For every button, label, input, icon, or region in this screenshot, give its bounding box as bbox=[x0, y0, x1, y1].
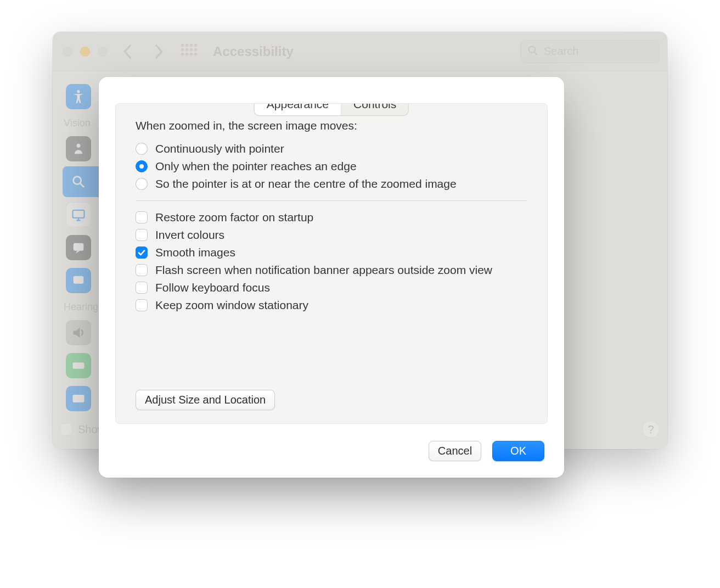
checkbox-icon bbox=[136, 282, 148, 294]
search-input[interactable] bbox=[544, 45, 652, 58]
ok-button[interactable]: OK bbox=[492, 441, 544, 461]
checkbox-icon bbox=[136, 299, 148, 311]
window-controls bbox=[63, 47, 108, 57]
radio-continuous[interactable]: Continuously with pointer bbox=[136, 140, 527, 158]
adjust-size-location-button[interactable]: Adjust Size and Location bbox=[136, 390, 275, 410]
svg-point-2 bbox=[77, 144, 81, 148]
modal-actions: Cancel OK bbox=[429, 441, 544, 461]
captions-icon bbox=[66, 386, 91, 411]
radio-label: Continuously with pointer bbox=[155, 142, 284, 155]
radio-edge[interactable]: Only when the pointer reaches an edge bbox=[136, 158, 527, 175]
svg-rect-14 bbox=[73, 395, 85, 402]
radio-icon bbox=[136, 160, 148, 172]
svg-rect-12 bbox=[77, 365, 78, 366]
check-keep-stationary[interactable]: Keep zoom window stationary bbox=[136, 296, 527, 314]
movement-heading: When zoomed in, the screen image moves: bbox=[136, 119, 527, 132]
search-icon bbox=[527, 45, 538, 58]
divider bbox=[136, 200, 527, 201]
check-label: Invert colours bbox=[155, 228, 224, 242]
check-label: Restore zoom factor on startup bbox=[155, 211, 313, 224]
nav-arrows bbox=[123, 44, 164, 59]
cancel-button[interactable]: Cancel bbox=[429, 441, 481, 461]
radio-centre[interactable]: So the pointer is at or near the centre … bbox=[136, 175, 527, 193]
check-label: Smooth images bbox=[155, 246, 235, 259]
checkbox-icon bbox=[136, 229, 148, 241]
svg-point-7 bbox=[76, 279, 78, 281]
help-button[interactable]: ? bbox=[642, 421, 660, 438]
minimize-window-button[interactable] bbox=[80, 47, 90, 57]
radio-label: So the pointer is at or near the centre … bbox=[155, 177, 457, 191]
tab-appearance[interactable]: Appearance bbox=[255, 103, 341, 115]
audio-icon bbox=[66, 320, 91, 345]
svg-point-8 bbox=[77, 279, 80, 281]
zoom-options-modal: Appearance Controls When zoomed in, the … bbox=[99, 77, 564, 478]
svg-rect-16 bbox=[79, 399, 82, 400]
check-smooth-images[interactable]: Smooth images bbox=[136, 244, 527, 261]
check-follow-keyboard[interactable]: Follow keyboard focus bbox=[136, 279, 527, 296]
checkbox-icon bbox=[136, 264, 148, 276]
svg-rect-11 bbox=[75, 365, 76, 366]
check-restore-zoom[interactable]: Restore zoom factor on startup bbox=[136, 209, 527, 226]
accessibility-icon bbox=[66, 84, 91, 109]
svg-rect-15 bbox=[75, 399, 78, 400]
close-window-button[interactable] bbox=[63, 47, 72, 57]
voiceover-icon bbox=[66, 136, 91, 161]
check-label: Follow keyboard focus bbox=[155, 281, 270, 294]
check-invert-colours[interactable]: Invert colours bbox=[136, 226, 527, 244]
window-titlebar: Accessibility bbox=[53, 32, 667, 71]
show-all-icon[interactable] bbox=[181, 44, 196, 59]
checkbox-icon bbox=[136, 247, 148, 259]
svg-rect-4 bbox=[73, 210, 85, 218]
zoom-icon bbox=[66, 169, 91, 194]
options-panel: Appearance Controls When zoomed in, the … bbox=[115, 103, 548, 424]
back-button[interactable] bbox=[123, 44, 133, 59]
svg-point-9 bbox=[80, 279, 82, 281]
spoken-content-icon bbox=[66, 235, 91, 260]
descriptions-icon bbox=[66, 268, 91, 293]
rtt-icon bbox=[66, 353, 91, 378]
display-icon bbox=[66, 202, 91, 227]
check-flash-screen[interactable]: Flash screen when notification banner ap… bbox=[136, 261, 527, 279]
svg-rect-5 bbox=[74, 243, 84, 251]
tab-segmented-control: Appearance Controls bbox=[254, 103, 409, 116]
radio-label: Only when the pointer reaches an edge bbox=[155, 160, 357, 173]
checkbox-icon bbox=[136, 211, 148, 223]
check-label: Flash screen when notification banner ap… bbox=[155, 264, 492, 277]
radio-icon bbox=[136, 143, 148, 155]
tab-controls[interactable]: Controls bbox=[341, 103, 408, 115]
check-label: Keep zoom window stationary bbox=[155, 299, 308, 312]
svg-point-1 bbox=[77, 90, 80, 93]
window-title: Accessibility bbox=[213, 44, 294, 59]
forward-button[interactable] bbox=[154, 44, 164, 59]
svg-rect-13 bbox=[80, 365, 81, 366]
radio-icon bbox=[136, 178, 148, 190]
zoom-window-button[interactable] bbox=[98, 47, 108, 57]
search-field-wrap[interactable] bbox=[520, 40, 660, 63]
show-menubar-checkbox[interactable] bbox=[60, 423, 72, 435]
